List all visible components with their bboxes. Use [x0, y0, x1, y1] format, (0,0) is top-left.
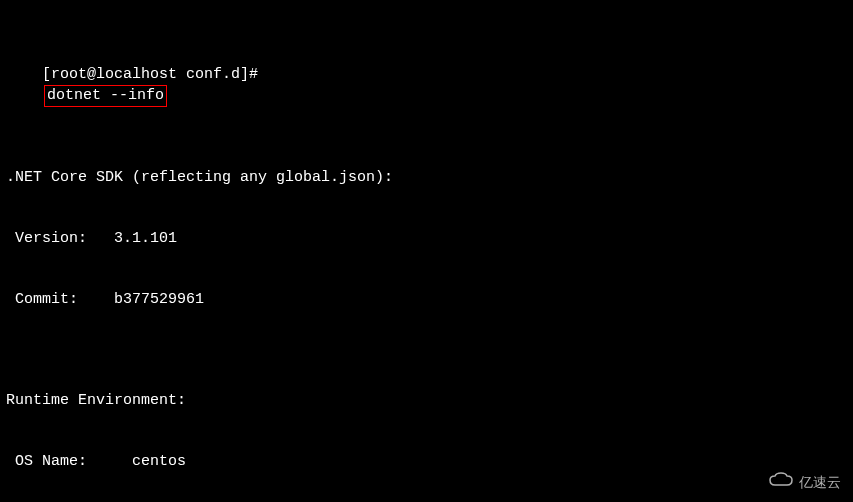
output-line-sdk-header: .NET Core SDK (reflecting any global.jso… [6, 168, 847, 188]
watermark-text: 亿速云 [799, 473, 841, 492]
command-text: dotnet --info [44, 85, 167, 107]
output-line-sdk-version: Version: 3.1.101 [6, 229, 847, 249]
output-line-sdk-commit: Commit: b377529961 [6, 290, 847, 310]
watermark: 亿速云 [767, 471, 841, 494]
terminal-output[interactable]: [root@localhost conf.d]# dotnet --info .… [6, 4, 847, 502]
prompt-line: [root@localhost conf.d]# dotnet --info [6, 45, 847, 128]
cloud-icon [767, 471, 795, 494]
output-line-runtime-env-header: Runtime Environment: [6, 391, 847, 411]
output-line-os-name: OS Name: centos [6, 452, 847, 472]
shell-prompt: [root@localhost conf.d]# [42, 66, 258, 83]
